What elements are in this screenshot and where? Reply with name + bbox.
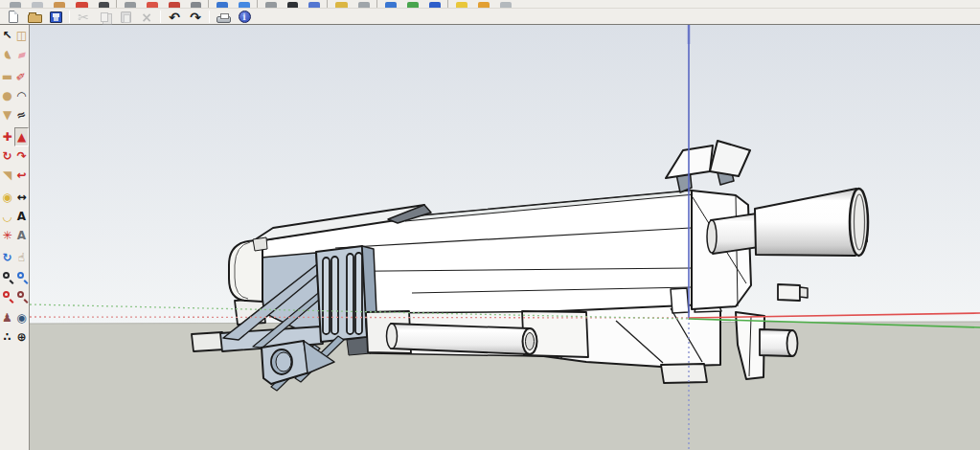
tool-group: ♟◉∴⊕ bbox=[0, 308, 29, 347]
model-info-button[interactable] bbox=[234, 10, 255, 24]
select-icon: ↖ bbox=[2, 29, 11, 42]
toolbar-icon-fragment[interactable] bbox=[10, 2, 21, 8]
circle-tool[interactable]: ● bbox=[0, 86, 14, 105]
line-tool[interactable]: ✏ bbox=[14, 67, 29, 86]
zoom-extents-tool[interactable] bbox=[0, 286, 14, 305]
freehand-icon: ≈ bbox=[14, 107, 28, 124]
open-button[interactable] bbox=[24, 10, 45, 24]
3d-viewport[interactable] bbox=[30, 25, 980, 450]
protractor-tool[interactable]: ◡ bbox=[0, 207, 14, 226]
model-info-icon bbox=[239, 11, 251, 23]
toolbar-icon-fragment[interactable] bbox=[429, 2, 441, 8]
toolbar-icon-fragment[interactable] bbox=[500, 2, 512, 8]
freehand-tool[interactable]: ≈ bbox=[14, 105, 29, 124]
3d-text-icon: A bbox=[17, 229, 26, 242]
toolbar-separator bbox=[376, 0, 377, 8]
pan-tool[interactable]: ☝ bbox=[14, 248, 29, 267]
toolbar-icon-fragment[interactable] bbox=[191, 2, 201, 8]
axes-tool[interactable]: ✳ bbox=[0, 226, 14, 245]
dimension-tool[interactable]: ↔ bbox=[14, 188, 29, 207]
follow-me-tool[interactable]: ↷ bbox=[14, 146, 29, 166]
tool-palette: ↖◫◖▰▬✏●◠▼≈✚▲↻↷◥↩◉↔◡A✳A↻☝♟◉∴⊕ bbox=[0, 25, 30, 450]
paste-button[interactable] bbox=[115, 10, 136, 24]
rotate-tool[interactable]: ↻ bbox=[0, 146, 14, 166]
section-target-icon: ⊕ bbox=[16, 330, 26, 344]
standard-toolbar: ✂×↶↷ bbox=[0, 10, 980, 25]
cut-button[interactable]: ✂ bbox=[73, 10, 94, 24]
toolbar-icon-fragment[interactable] bbox=[265, 2, 277, 8]
paint-bucket-tool[interactable]: ◖ bbox=[0, 45, 14, 64]
toolbar-icon-fragment[interactable] bbox=[287, 2, 298, 8]
cut-icon: ✂ bbox=[78, 11, 89, 24]
copy-button[interactable] bbox=[94, 10, 115, 24]
toolbar-icon-fragment[interactable] bbox=[217, 2, 228, 8]
text-tool[interactable]: A bbox=[14, 207, 29, 226]
tool-group: ✚▲↻↷◥↩ bbox=[0, 127, 29, 185]
eraser-tool[interactable]: ▰ bbox=[14, 45, 29, 64]
position-camera-icon: ♟ bbox=[2, 311, 12, 325]
tool-group: ↻☝ bbox=[0, 248, 29, 305]
undo-button[interactable]: ↶ bbox=[164, 10, 185, 24]
toolbar-icon-fragment[interactable] bbox=[385, 2, 397, 8]
rectangle-tool[interactable]: ▬ bbox=[0, 67, 14, 86]
3d-text-tool[interactable]: A bbox=[14, 226, 29, 245]
zoom-previous-tool[interactable] bbox=[14, 286, 29, 305]
new-button[interactable] bbox=[3, 10, 24, 24]
magnifier-icon bbox=[17, 291, 24, 298]
magnifier-icon bbox=[17, 272, 24, 279]
toolbar-icon-fragment[interactable] bbox=[125, 2, 136, 8]
walk-tool[interactable]: ∴ bbox=[0, 327, 14, 347]
select-tool[interactable]: ↖ bbox=[0, 26, 14, 45]
rotate-icon: ↻ bbox=[2, 149, 11, 163]
scale-tool[interactable]: ◥ bbox=[0, 166, 14, 185]
walk-icon: ∴ bbox=[3, 330, 11, 344]
line-icon: ✏ bbox=[13, 68, 30, 84]
bottom-right-cylinder[interactable] bbox=[760, 329, 798, 356]
toolbar-icon-fragment[interactable] bbox=[358, 2, 370, 8]
move-tool[interactable]: ✚ bbox=[0, 127, 14, 146]
arc-tool[interactable]: ◠ bbox=[14, 86, 29, 105]
toolbar-icon-fragment[interactable] bbox=[407, 2, 419, 8]
section-target-tool[interactable]: ⊕ bbox=[14, 327, 29, 347]
erase-button[interactable]: × bbox=[136, 10, 157, 24]
clipped-toolbar-row bbox=[0, 0, 980, 9]
tape-measure-tool[interactable]: ◉ bbox=[0, 188, 14, 207]
zoom-window-tool[interactable] bbox=[14, 267, 29, 286]
toolbar-icon-fragment[interactable] bbox=[32, 2, 43, 8]
toolbar-icon-fragment[interactable] bbox=[239, 2, 250, 8]
toolbar-icon-fragment[interactable] bbox=[456, 2, 467, 8]
toolbar-icon-fragment[interactable] bbox=[169, 2, 180, 8]
push-pull-icon: ▲ bbox=[17, 130, 26, 144]
tool-group: ↖◫◖▰ bbox=[0, 26, 29, 64]
toolbar-icon-fragment[interactable] bbox=[335, 2, 348, 8]
toolbar-icon-fragment[interactable] bbox=[308, 2, 320, 8]
offset-icon: ↩ bbox=[16, 169, 26, 182]
toolbar-icon-fragment[interactable] bbox=[76, 2, 88, 8]
push-pull-tool[interactable]: ▲ bbox=[14, 127, 29, 146]
zoom-tool[interactable] bbox=[0, 267, 14, 286]
protractor-icon: ◡ bbox=[3, 210, 11, 223]
toolbar-icon-fragment[interactable] bbox=[147, 2, 158, 8]
toolbar-icon-fragment[interactable] bbox=[478, 2, 490, 8]
offset-tool[interactable]: ↩ bbox=[14, 166, 29, 185]
position-camera-tool[interactable]: ♟ bbox=[0, 308, 14, 327]
make-component-icon: ◫ bbox=[16, 29, 27, 42]
save-button[interactable] bbox=[45, 10, 66, 24]
eraser-icon: ▰ bbox=[15, 47, 28, 62]
axes-icon: ✳ bbox=[2, 229, 11, 242]
make-component-tool[interactable]: ◫ bbox=[14, 26, 29, 45]
toolbar-icon-fragment[interactable] bbox=[54, 2, 65, 8]
toolbar-separator bbox=[208, 0, 209, 8]
redo-button[interactable]: ↷ bbox=[185, 10, 206, 24]
polygon-tool[interactable]: ▼ bbox=[0, 105, 14, 124]
toolbar-separator bbox=[116, 0, 117, 8]
dimension-icon: ↔ bbox=[16, 191, 26, 204]
toolbar-separator bbox=[209, 11, 210, 23]
print-button[interactable] bbox=[213, 10, 234, 24]
toolbar-icon-fragment[interactable] bbox=[99, 2, 109, 8]
arc-icon: ◠ bbox=[17, 89, 26, 102]
orbit-tool[interactable]: ↻ bbox=[0, 248, 14, 267]
look-around-tool[interactable]: ◉ bbox=[14, 308, 29, 327]
undo-icon: ↶ bbox=[169, 11, 180, 24]
new-icon bbox=[9, 11, 18, 23]
